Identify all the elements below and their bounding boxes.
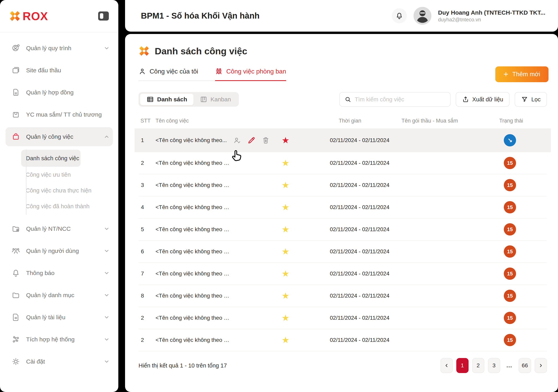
page-button-3[interactable]: 3 [488, 358, 500, 373]
notification-bell-button[interactable] [392, 8, 407, 23]
next-page-button[interactable] [535, 358, 547, 373]
status-badge-count[interactable]: 15 [504, 179, 516, 191]
tab-my-tasks[interactable]: Công việc của tôi [139, 67, 198, 81]
status-badge-count[interactable]: 15 [504, 245, 516, 258]
status-badge-arrow[interactable]: ↘ [504, 134, 516, 146]
sidebar-item-settings[interactable]: Cài đặt [0, 350, 118, 373]
task-name[interactable]: <Tên công việc không theo quy trình> [156, 293, 231, 299]
star-icon[interactable]: ★ [280, 269, 291, 278]
table-row[interactable]: 3<Tên công việc không theo quy trình>★02… [139, 174, 547, 196]
folder-icon [11, 291, 20, 300]
avatar-image [414, 7, 431, 25]
pagination-summary: Hiển thị kết quả 1 - 10 trên tổng 17 [139, 362, 227, 369]
chevron-down-icon [104, 226, 110, 232]
sidebar-item-label: Site đấu thầu [26, 67, 61, 74]
column-header-package: Tên gói thầu - Mua sắm [401, 118, 458, 124]
status-badge-count[interactable]: 15 [504, 312, 516, 324]
sidebar-item-bidding-site[interactable]: Site đấu thầu [0, 59, 118, 81]
sidebar-item-document-management[interactable]: Quản lý tài liệu [0, 306, 118, 328]
sidebar-header: ROX [0, 0, 118, 32]
row-actions [233, 136, 270, 144]
sidebar-item-contractor-management[interactable]: Quản lý NT/NCC [0, 218, 118, 240]
search-box[interactable] [339, 92, 451, 107]
task-name[interactable]: <Tên công việc không theo quy trình> [156, 270, 231, 277]
sidebar-item-task-management[interactable]: Quản lý công việc [6, 127, 113, 146]
star-icon[interactable]: ★ [280, 159, 291, 167]
sidebar-collapse-icon[interactable] [98, 11, 109, 21]
add-new-button[interactable]: + Thêm mới [495, 67, 549, 82]
rox-logo[interactable]: ROX [9, 9, 48, 23]
row-index: 3 [141, 182, 144, 188]
status-badge-count[interactable]: 15 [504, 334, 516, 346]
user-info[interactable]: Duy Hoang Anh (TNTECH-TTKD TKT... duyha2… [438, 9, 545, 23]
prev-page-button[interactable] [440, 358, 453, 373]
page-button-2[interactable]: 2 [472, 358, 484, 373]
table-row[interactable]: 8<Tên công việc không theo quy trình>★02… [139, 285, 547, 307]
star-icon[interactable]: ★ [280, 314, 291, 322]
table-row[interactable]: 2<Tên công việc không theo quy trình>★02… [139, 307, 547, 329]
task-name[interactable]: <Tên công việc không theo... [156, 137, 227, 143]
tab-department-tasks[interactable]: Công việc phòng ban [215, 67, 286, 81]
chevron-down-icon [104, 248, 110, 254]
submenu-item-task-list[interactable]: Danh sách công việc [21, 150, 80, 167]
edit-icon[interactable] [247, 136, 256, 144]
sidebar-item-category-management[interactable]: Quản lý danh mục [0, 284, 118, 306]
task-name[interactable]: <Tên công việc không theo quy trình> [156, 182, 231, 188]
status-badge-count[interactable]: 15 [504, 157, 516, 169]
task-name[interactable]: <Tên công việc không theo quy trình> [156, 204, 231, 210]
delete-icon[interactable] [262, 136, 270, 144]
page-button-1[interactable]: 1 [456, 358, 469, 373]
user-email: duyha2@tnteco.vn [438, 17, 545, 23]
table-row[interactable]: 5<Tên công việc không theo quy trình>★02… [139, 218, 547, 241]
assign-user-icon[interactable] [233, 136, 241, 144]
integration-icon [11, 335, 20, 344]
status-badge-count[interactable]: 15 [504, 201, 516, 213]
submenu-item-completed-tasks[interactable]: Công việc đã hoàn thành [0, 198, 118, 214]
view-kanban-segment[interactable]: Kanban [193, 94, 237, 105]
table-row[interactable]: 6<Tên công việc không theo quy trình>★02… [139, 241, 547, 263]
table-row[interactable]: 2<Tên công việc không theo quy trình>★02… [139, 329, 547, 351]
page-button-66[interactable]: 66 [519, 358, 531, 373]
table-row[interactable]: 7<Tên công việc không theo quy trình>★02… [139, 263, 547, 285]
status-badge-count[interactable]: 15 [504, 290, 516, 302]
search-input[interactable] [355, 96, 445, 103]
filter-button[interactable]: Lọc [515, 92, 547, 107]
star-icon[interactable]: ★ [280, 136, 291, 145]
star-icon[interactable]: ★ [280, 203, 291, 212]
task-name[interactable]: <Tên công việc không theo quy trình> [156, 160, 231, 166]
task-name[interactable]: <Tên công việc không theo quy trình> [156, 248, 231, 255]
table-row[interactable]: 1<Tên công việc không theo...★02/11/2024… [135, 128, 551, 152]
view-list-segment[interactable]: Danh sách [140, 94, 193, 105]
status-badge-count[interactable]: 15 [504, 223, 516, 235]
task-name[interactable]: <Tên công việc không theo quy trình> [156, 337, 231, 343]
sidebar-item-user-management[interactable]: Quản lý người dùng [0, 240, 118, 262]
submenu-item-priority-tasks[interactable]: Công việc ưu tiên [0, 167, 118, 183]
submenu-item-label: Công việc đã hoàn thành [26, 203, 89, 210]
task-name[interactable]: <Tên công việc không theo quy trình> [156, 315, 231, 321]
star-icon[interactable]: ★ [280, 247, 291, 256]
chevron-up-icon [104, 134, 110, 140]
sidebar-item-process-management[interactable]: Quản lý quy trình [0, 37, 118, 59]
submenu-item-label: Danh sách công việc [26, 155, 79, 162]
sidebar-item-notifications[interactable]: Thông báo [0, 262, 118, 284]
sidebar-item-contract-management[interactable]: Quản lý hợp đồng [0, 81, 118, 104]
column-header-stt: STT [140, 118, 151, 124]
export-button[interactable]: Xuất dữ liệu [456, 92, 510, 107]
task-name[interactable]: <Tên công việc không theo quy trình> [156, 226, 231, 233]
view-kanban-label: Kanban [210, 96, 231, 103]
star-icon[interactable]: ★ [280, 292, 291, 300]
table-row[interactable]: 4<Tên công việc không theo quy trình>★02… [139, 196, 547, 218]
avatar[interactable] [414, 7, 431, 25]
tabs: Công việc của tôi Công việc phòng ban [139, 67, 287, 81]
sidebar-item-purchase-request[interactable]: YC mua sắm/ TT chủ trương [0, 104, 118, 126]
star-icon[interactable]: ★ [280, 336, 291, 344]
view-toggle: Danh sách Kanban [139, 92, 239, 107]
star-icon[interactable]: ★ [280, 225, 291, 234]
tab-label: Công việc phòng ban [226, 68, 286, 75]
star-icon[interactable]: ★ [280, 181, 291, 190]
sidebar-item-system-integration[interactable]: Tích hợp hệ thống [0, 328, 118, 350]
table-row[interactable]: 2<Tên công việc không theo quy trình>★02… [139, 152, 547, 174]
submenu-item-pending-tasks[interactable]: Công việc chưa thực hiện [0, 183, 118, 198]
sidebar-item-label: Tích hợp hệ thống [26, 336, 75, 343]
status-badge-count[interactable]: 15 [504, 267, 516, 280]
